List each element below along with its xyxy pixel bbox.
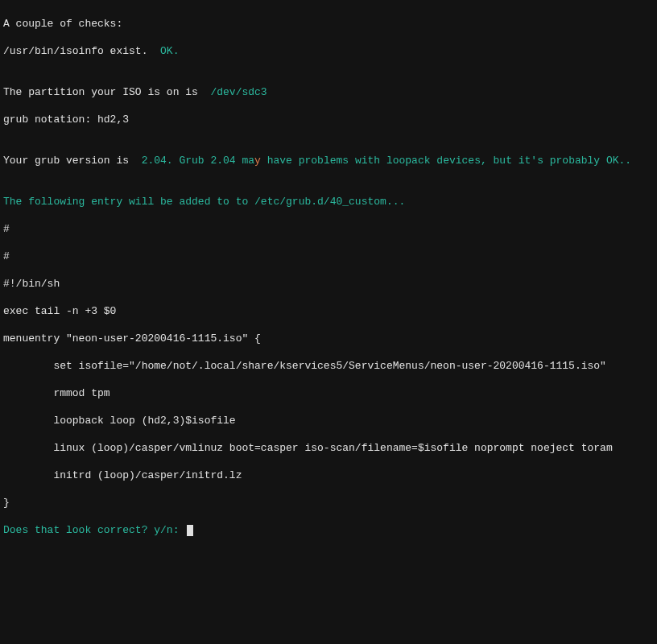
grub-warning: have problems with loopack devices, but … (261, 155, 631, 167)
partition-path: /dev/sdc3 (210, 86, 267, 98)
text: The partition your ISO is on is (3, 86, 210, 98)
output-line: # (3, 222, 654, 236)
output-line: linux (loop)/casper/vmlinuz boot=casper … (3, 441, 654, 455)
status-ok: OK. (160, 45, 179, 57)
output-line: menuentry "neon-user-20200416-1115.iso" … (3, 332, 654, 345)
output-line: # (3, 250, 654, 263)
warn-char: y (254, 155, 261, 167)
output-line: exec tail -n +3 $0 (3, 304, 654, 318)
output-line: #!/bin/sh (3, 277, 654, 291)
output-line: } (3, 496, 654, 510)
prompt-text: Does that look correct? y/n: (3, 524, 185, 536)
grub-version: 2.04. Grub 2.04 ma (142, 155, 254, 167)
output-line: Your grub version is 2.04. Grub 2.04 may… (3, 154, 654, 167)
terminal-output[interactable]: A couple of checks: /usr/bin/isoinfo exi… (3, 3, 654, 551)
prompt-line[interactable]: Does that look correct? y/n: (3, 523, 654, 537)
output-line: initrd (loop)/casper/initrd.lz (3, 469, 654, 482)
text: Your grub version is (3, 155, 142, 167)
output-line: A couple of checks: (3, 17, 654, 31)
info-line: The following entry will be added to to … (3, 195, 654, 208)
output-line: loopback loop (hd2,3)$isofile (3, 414, 654, 427)
text: /usr/bin/isoinfo exist. (3, 45, 160, 57)
output-line: rmmod tpm (3, 386, 654, 400)
output-line: /usr/bin/isoinfo exist. OK. (3, 44, 654, 58)
output-line: The partition your ISO is on is /dev/sdc… (3, 85, 654, 99)
output-line: set isofile="/home/not/.local/share/kser… (3, 359, 654, 373)
cursor-icon (187, 525, 193, 536)
output-line: grub notation: hd2,3 (3, 113, 654, 126)
